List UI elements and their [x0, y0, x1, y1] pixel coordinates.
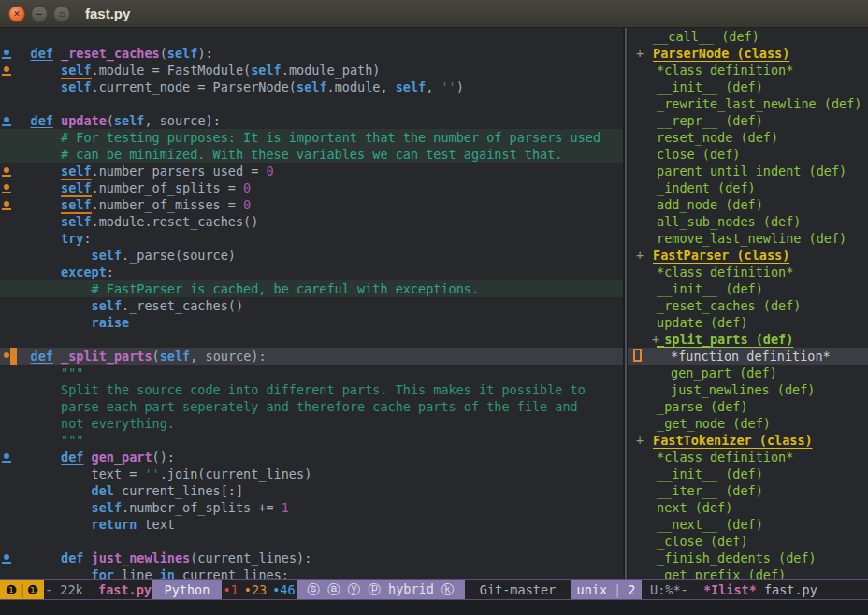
- expand-marker-icon[interactable]: +: [636, 247, 644, 264]
- code-line[interactable]: try:: [0, 230, 623, 247]
- code-line[interactable]: return text: [0, 516, 623, 533]
- code-line[interactable]: text = ''.join(current_lines): [0, 465, 623, 482]
- flycheck-counts-segment[interactable]: •1•23•46: [222, 580, 297, 599]
- outline-item[interactable]: _finish_dedents (def): [628, 550, 868, 566]
- outline-item[interactable]: remove_last_newline (def): [628, 230, 868, 247]
- code-token: in: [160, 567, 175, 579]
- code-line[interactable]: self.current_node = ParserNode(self.modu…: [0, 79, 623, 95]
- maximize-button[interactable]: ▫: [53, 6, 70, 22]
- outline-item[interactable]: reset_node (def): [628, 129, 868, 146]
- outline-item[interactable]: +FastTokenizer (class): [628, 432, 868, 449]
- outline-item[interactable]: _close (def): [628, 533, 868, 550]
- imenu-outline-panel[interactable]: __call__ (def)+ParserNode (class)*class …: [628, 28, 868, 579]
- code-line[interactable]: for line in current_lines:: [0, 566, 623, 579]
- expand-marker-icon[interactable]: +: [652, 331, 659, 348]
- code-token: [0, 500, 92, 515]
- code-token: .number_of_misses =: [92, 197, 244, 212]
- outline-item-label: update (def): [657, 315, 748, 330]
- outline-item[interactable]: __repr__ (def): [628, 112, 868, 129]
- code-token: not everything.: [0, 416, 175, 431]
- code-line[interactable]: [0, 533, 623, 550]
- code-line[interactable]: # can be minimized. With these variables…: [0, 146, 623, 163]
- code-line[interactable]: """: [0, 365, 623, 381]
- outline-item[interactable]: _get_prefix (def): [628, 566, 868, 579]
- code-line[interactable]: self._reset_caches(): [0, 297, 623, 314]
- code-line[interactable]: del current_lines[:]: [0, 482, 623, 499]
- code-line[interactable]: self.number_of_splits += 1: [0, 499, 623, 516]
- outline-item[interactable]: _reset_caches (def): [628, 297, 868, 314]
- code-line[interactable]: # FastParser is cached, be careful with …: [0, 280, 623, 297]
- outline-item[interactable]: just_newlines (def): [628, 381, 868, 398]
- code-line[interactable]: # For testing purposes: It is important …: [0, 129, 623, 146]
- fringe-bookmark-icon: [10, 348, 17, 365]
- code-line[interactable]: self.number_of_misses = 0: [0, 196, 623, 213]
- outline-item[interactable]: __call__ (def): [628, 28, 868, 45]
- outline-item-label: __iter__ (def): [657, 483, 763, 498]
- outline-item[interactable]: all_sub_nodes (def): [628, 213, 868, 230]
- code-line[interactable]: Split the source code into different par…: [0, 381, 623, 398]
- outline-item[interactable]: __next__ (def): [628, 516, 868, 533]
- code-token: ): [456, 79, 464, 94]
- outline-item[interactable]: _indent (def): [628, 179, 868, 196]
- code-line[interactable]: except:: [0, 264, 623, 280]
- outline-item[interactable]: update (def): [628, 314, 868, 331]
- minimize-button[interactable]: −: [31, 6, 48, 22]
- outline-item[interactable]: __init__ (def): [628, 465, 868, 482]
- outline-item[interactable]: *class definition*: [628, 62, 868, 79]
- code-line[interactable]: not everything.: [0, 415, 623, 432]
- outline-item-label: ParserNode (class): [653, 46, 789, 61]
- window-number-segment[interactable]: ❶|❶: [0, 580, 44, 599]
- code-line[interactable]: def _reset_caches(self):: [0, 45, 623, 62]
- code-editor[interactable]: def _reset_caches(self): self.module = F…: [0, 28, 623, 579]
- code-line[interactable]: """: [0, 432, 623, 449]
- expand-marker-icon[interactable]: +: [636, 45, 644, 62]
- minibuffer[interactable]: [0, 600, 868, 615]
- outline-item[interactable]: +_split_parts (def): [628, 331, 868, 348]
- outline-item[interactable]: _parse (def): [628, 398, 868, 415]
- code-line[interactable]: self.number_of_splits = 0: [0, 179, 623, 196]
- code-token: self: [396, 79, 427, 94]
- outline-item[interactable]: parent_until_indent (def): [628, 163, 868, 179]
- code-line[interactable]: def _split_parts(self, source):: [0, 348, 623, 365]
- outline-item[interactable]: _rewrite_last_newline (def): [628, 95, 868, 112]
- code-line[interactable]: def update(self, source):: [0, 112, 623, 129]
- fringe-info-icon: [4, 453, 9, 459]
- code-line[interactable]: def gen_part():: [0, 449, 623, 465]
- outline-item[interactable]: next (def): [628, 499, 868, 516]
- ilist-modeline[interactable]: U:%*- *Ilist* fast.py: [642, 580, 868, 599]
- outline-item-label: close (def): [657, 147, 740, 162]
- code-line[interactable]: self.module.reset_caches(): [0, 213, 623, 230]
- outline-item[interactable]: *class definition*: [628, 449, 868, 465]
- code-token: def: [61, 450, 83, 465]
- code-line[interactable]: raise: [0, 314, 623, 331]
- outline-item[interactable]: gen_part (def): [628, 365, 868, 381]
- code-token: ,: [426, 79, 441, 94]
- close-button[interactable]: ✕: [8, 6, 25, 22]
- code-line[interactable]: [0, 331, 623, 348]
- outline-item[interactable]: add_node (def): [628, 196, 868, 213]
- outline-item[interactable]: _get_node (def): [628, 415, 868, 432]
- outline-item[interactable]: close (def): [628, 146, 868, 163]
- issue-count: •1: [223, 582, 238, 597]
- code-line[interactable]: self.module = FastModule(self.module_pat…: [0, 62, 623, 79]
- buffer-info-segment[interactable]: - 22k fast.py: [44, 580, 152, 599]
- code-line[interactable]: self._parse(source): [0, 247, 623, 264]
- outline-item[interactable]: +ParserNode (class): [628, 45, 868, 62]
- encoding-segment[interactable]: unix|2: [571, 580, 642, 599]
- major-mode-segment[interactable]: Python: [152, 580, 222, 599]
- outline-item[interactable]: __iter__ (def): [628, 482, 868, 499]
- code-line[interactable]: [0, 95, 623, 112]
- code-line[interactable]: def just_newlines(current_lines):: [0, 550, 623, 566]
- code-line[interactable]: self.number_parsers_used = 0: [0, 163, 623, 179]
- git-branch-segment[interactable]: Git-master: [465, 580, 571, 599]
- code-line[interactable]: parse each part seperately and therefore…: [0, 398, 623, 415]
- outline-item[interactable]: __init__ (def): [628, 79, 868, 95]
- outline-item[interactable]: *function definition*: [628, 348, 868, 365]
- outline-item[interactable]: +FastParser (class): [628, 247, 868, 264]
- outline-item[interactable]: *class definition*: [628, 264, 868, 280]
- minor-modes-segment[interactable]: ⓢ ⓐ ⓨ ⓟ hybrid ⓚ: [297, 580, 465, 599]
- code-token: """: [0, 433, 83, 448]
- outline-item[interactable]: __init__ (def): [628, 280, 868, 297]
- expand-marker-icon[interactable]: +: [636, 432, 644, 449]
- code-token: try: [61, 231, 83, 246]
